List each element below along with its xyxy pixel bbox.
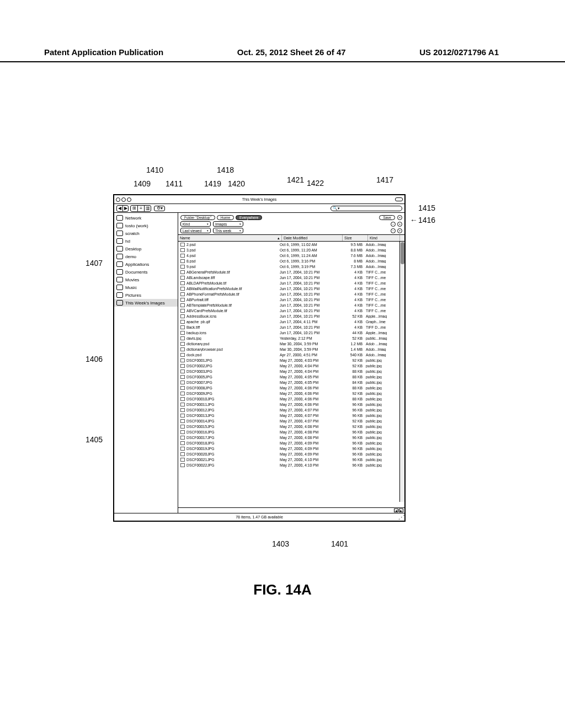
sidebar-item-tosto-work-[interactable]: tosto (work) bbox=[114, 222, 178, 229]
file-list[interactable]: 2.psdOct 6, 1999, 11:02 AM9.5 MBAdob...I… bbox=[178, 242, 404, 507]
file-row[interactable]: DSCF00021JPGMay 27, 2000, 4:10 PM96 KBpu… bbox=[178, 457, 404, 462]
save-button[interactable]: Save bbox=[379, 215, 395, 220]
file-row[interactable]: ABLandscape.tiffJun 17, 2004, 10:21 PM4 … bbox=[178, 275, 404, 280]
file-row[interactable]: DSCF0007JPGMay 27, 2000, 4:05 PM84 KBpub… bbox=[178, 379, 404, 385]
file-row[interactable]: AddressBook.icnsJun 17, 2004, 10:21 PM52… bbox=[178, 313, 404, 319]
file-icon bbox=[180, 243, 185, 247]
file-row[interactable]: DSCF00018JPGMay 27, 2000, 4:09 PM96 KBpu… bbox=[178, 440, 404, 446]
horizontal-scrollbar[interactable]: ◀ ▶ bbox=[178, 507, 404, 513]
add-search-icon[interactable]: + bbox=[397, 215, 402, 220]
scope-everywhere[interactable]: Everywhere bbox=[236, 215, 262, 220]
file-row[interactable]: 8.psdOct 6, 1999, 3:16 PM8 MBAdob...Imag bbox=[178, 258, 404, 264]
file-row[interactable]: 9.psdOct 6, 1999, 3:19 PM7.3 MBAdob...Im… bbox=[178, 264, 404, 269]
sidebar-item-music[interactable]: Music bbox=[114, 283, 178, 291]
criteria-value-select[interactable]: Images bbox=[213, 221, 243, 227]
disk-icon bbox=[116, 223, 123, 228]
icon-view-button[interactable]: ⊞ bbox=[131, 206, 137, 211]
file-row[interactable]: dictionarybrowser.psdMar 30, 2004, 3:59 … bbox=[178, 346, 404, 352]
criteria-attr-select[interactable]: Last viewed bbox=[180, 228, 211, 233]
sidebar-item-hd[interactable]: hd bbox=[114, 237, 178, 245]
scroll-thumb[interactable] bbox=[401, 242, 404, 264]
resize-grip-icon[interactable]: ⋰ bbox=[398, 514, 404, 520]
col-kind[interactable]: Kind bbox=[368, 235, 400, 241]
sidebar-item-pictures[interactable]: Pictures bbox=[114, 291, 178, 299]
file-row[interactable]: DSCF00016JPGMay 27, 2000, 4:08 PM96 KBpu… bbox=[178, 429, 404, 435]
scope-home[interactable]: Home bbox=[217, 215, 234, 220]
file-row[interactable]: DSCF00015JPGMay 27, 2000, 4:08 PM92 KBpu… bbox=[178, 424, 404, 429]
back-button[interactable]: ◀ bbox=[117, 206, 122, 211]
list-view-button[interactable]: ≡ bbox=[137, 206, 144, 211]
file-row[interactable]: dictionary.psdMar 30, 2004, 3:59 PM1.2 M… bbox=[178, 341, 404, 346]
column-view-button[interactable]: ▥ bbox=[144, 206, 151, 211]
sidebar-item-desktop[interactable]: Desktop bbox=[114, 245, 178, 253]
file-row[interactable]: Back.tiffJun 17, 2004, 10:21 PM4 KBTIFF … bbox=[178, 324, 404, 330]
file-row[interactable]: ABVCardPrefsModule.tifJun 17, 2004, 10:2… bbox=[178, 308, 404, 313]
sidebar-item-scratch[interactable]: scratch bbox=[114, 229, 178, 237]
file-row[interactable]: ABGeneralPrefsModule.tifJun 17, 2004, 10… bbox=[178, 269, 404, 275]
file-row[interactable]: ABPortrait.tiffJun 17, 2004, 10:21 PM4 K… bbox=[178, 297, 404, 302]
file-row[interactable]: DSCF0003JPGMay 27, 2000, 4:04 PM88 KBpub… bbox=[178, 368, 404, 374]
remove-criteria-icon[interactable]: − bbox=[391, 228, 396, 233]
col-name[interactable]: Name▴ bbox=[178, 235, 282, 241]
file-row[interactable]: DSCF00022JPGMay 27, 2000, 4:10 PM96 KBpu… bbox=[178, 462, 404, 468]
callout-1410: 1410 bbox=[146, 165, 163, 174]
minimize-icon[interactable] bbox=[121, 197, 126, 202]
close-icon[interactable] bbox=[116, 197, 120, 202]
file-row[interactable]: DSCF0002JPGMay 27, 2000, 4:04 PM92 KBpub… bbox=[178, 363, 404, 368]
sidebar-item-label: Pictures bbox=[125, 293, 141, 298]
remove-criteria-icon[interactable]: − bbox=[391, 222, 396, 227]
sidebar-item-demo[interactable]: demo bbox=[114, 253, 178, 260]
file-row[interactable]: DSCF00012JPGMay 27, 2000, 4:07 PM96 KBpu… bbox=[178, 407, 404, 413]
file-row[interactable]: DSCF0001JPGMay 27, 2000, 4:03 PM92 KBpub… bbox=[178, 357, 404, 363]
file-row[interactable]: 2.psdOct 6, 1999, 11:02 AM9.5 MBAdob...I… bbox=[178, 242, 404, 247]
file-row[interactable]: apache_pb.gifJun 17, 2004, 4:11 PM4 KBGr… bbox=[178, 319, 404, 324]
sidebar-item-label: This Week's Images bbox=[125, 301, 165, 306]
file-row[interactable]: ABTemplatePrefsModule.tifJun 17, 2004, 1… bbox=[178, 302, 404, 308]
file-row[interactable]: DSCF00014JPGMay 27, 2000, 4:07 PM92 KBpu… bbox=[178, 418, 404, 424]
file-row[interactable]: 3.psdOct 6, 1999, 11:20 AM8.8 MBAdob...I… bbox=[178, 247, 404, 253]
sidebar-item-label: Desktop bbox=[125, 247, 141, 251]
toolbar-toggle-icon[interactable] bbox=[395, 197, 403, 201]
file-row[interactable]: DSCF00013JPGMay 27, 2000, 4:07 PM96 KBpu… bbox=[178, 413, 404, 418]
music-icon bbox=[116, 285, 123, 290]
zoom-icon[interactable] bbox=[127, 197, 131, 202]
file-row[interactable]: DSCF0008JPGMay 27, 2000, 4:06 PM88 KBpub… bbox=[178, 385, 404, 390]
file-row[interactable]: dock.psdApr 27, 2000, 4:51 PM540 KBAdob.… bbox=[178, 352, 404, 357]
forward-button[interactable]: ▶ bbox=[122, 206, 128, 211]
criteria-attr-select[interactable]: Kind bbox=[180, 221, 211, 227]
callout-1415: 1415 bbox=[418, 204, 435, 212]
sidebar-item-network[interactable]: Network bbox=[114, 214, 178, 222]
add-criteria-icon[interactable]: + bbox=[397, 222, 402, 227]
sidebar-item-this-week-s-images[interactable]: This Week's Images bbox=[114, 299, 178, 307]
file-row[interactable]: DSCF0005JPGMay 27, 2000, 4:05 PM88 KBpub… bbox=[178, 374, 404, 379]
file-icon bbox=[180, 463, 185, 467]
file-row[interactable]: ABMailNotificationPrefsModule.tifJun 17,… bbox=[178, 286, 404, 291]
criteria-value-select[interactable]: This week bbox=[213, 228, 243, 233]
search-input[interactable]: 🔍▾ bbox=[331, 206, 402, 211]
file-row[interactable]: DSCF00020JPGMay 27, 2000, 4:09 PM96 KBpu… bbox=[178, 451, 404, 457]
file-row[interactable]: DSCF00019JPGMay 27, 2000, 4:09 PM96 KBpu… bbox=[178, 446, 404, 451]
add-criteria-icon[interactable]: + bbox=[397, 228, 402, 233]
scroll-left-icon[interactable]: ◀ bbox=[394, 508, 398, 512]
file-row[interactable]: backup.icnsJun 17, 2004, 10:21 PM44 KBAp… bbox=[178, 330, 404, 335]
file-row[interactable]: DSCF00011JPGMay 27, 2000, 4:06 PM96 KBpu… bbox=[178, 402, 404, 407]
file-row[interactable]: ABLDAPPrefsModule.tifJun 17, 2004, 10:21… bbox=[178, 280, 404, 286]
home-icon bbox=[116, 254, 123, 259]
sidebar-item-applications[interactable]: Applications bbox=[114, 260, 178, 268]
col-size[interactable]: Size bbox=[343, 235, 368, 241]
sidebar-item-documents[interactable]: Documents bbox=[114, 268, 178, 276]
file-row[interactable]: DSCF00017JPGMay 27, 2000, 4:08 PM96 KBpu… bbox=[178, 435, 404, 440]
scroll-right-icon[interactable]: ▶ bbox=[399, 508, 403, 512]
action-menu-button[interactable]: ⚙▾ bbox=[154, 206, 165, 211]
sidebar-item-movies[interactable]: Movies bbox=[114, 276, 178, 283]
file-row[interactable]: 4.psdOct 6, 1999, 11:24 AM7.6 MBAdob...I… bbox=[178, 253, 404, 258]
file-row[interactable]: ABPhoneFormatPrefsModule.tifJun 17, 2004… bbox=[178, 291, 404, 297]
scope-folder-desktop-[interactable]: Folder "Desktop" bbox=[180, 215, 215, 220]
file-row[interactable]: DSCF00010JPGMay 27, 2000, 4:06 PM88 KBpu… bbox=[178, 396, 404, 402]
col-date[interactable]: Date Modified bbox=[282, 235, 343, 241]
titlebar[interactable]: This Week's Images bbox=[114, 195, 404, 204]
file-row[interactable]: DSCF0009JPGMay 27, 2000, 4:06 PM92 KBpub… bbox=[178, 390, 404, 396]
app-icon bbox=[116, 261, 123, 267]
file-row[interactable]: davis.jpgYesterday, 2:12 PM52 KBpublic..… bbox=[178, 335, 404, 341]
vertical-scrollbar[interactable] bbox=[399, 242, 404, 502]
